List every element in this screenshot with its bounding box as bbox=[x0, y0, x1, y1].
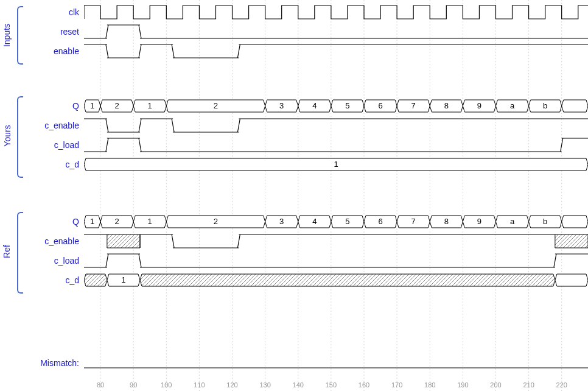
svg-line-69 bbox=[139, 138, 141, 152]
svg-marker-100 bbox=[562, 216, 588, 228]
svg-line-17 bbox=[106, 25, 108, 38]
signal-yours-cd-label: c_d bbox=[0, 160, 84, 169]
svg-text:5: 5 bbox=[345, 217, 349, 226]
svg-line-64 bbox=[237, 119, 240, 132]
svg-text:190: 190 bbox=[457, 381, 468, 389]
svg-text:140: 140 bbox=[293, 381, 304, 389]
svg-text:b: b bbox=[543, 217, 547, 226]
svg-line-26 bbox=[172, 44, 174, 58]
svg-text:2: 2 bbox=[214, 101, 218, 110]
signal-reset-label: reset bbox=[0, 27, 84, 37]
svg-text:8: 8 bbox=[444, 101, 449, 110]
svg-text:130: 130 bbox=[259, 381, 270, 389]
svg-text:7: 7 bbox=[411, 101, 416, 110]
svg-text:180: 180 bbox=[424, 381, 435, 389]
svg-text:6: 6 bbox=[378, 217, 382, 226]
svg-line-60 bbox=[139, 119, 141, 132]
svg-line-28 bbox=[237, 44, 240, 58]
svg-text:1: 1 bbox=[121, 275, 125, 284]
svg-line-114 bbox=[139, 254, 141, 267]
svg-text:2: 2 bbox=[115, 101, 119, 110]
svg-text:6: 6 bbox=[378, 101, 382, 110]
svg-text:160: 160 bbox=[359, 381, 369, 389]
svg-marker-55 bbox=[562, 100, 588, 112]
svg-line-112 bbox=[106, 254, 108, 267]
svg-text:1: 1 bbox=[90, 217, 94, 226]
waveform-chart: 12123456789ab112123456789ab1 80901001101… bbox=[84, 0, 588, 391]
svg-text:4: 4 bbox=[312, 101, 317, 110]
svg-line-24 bbox=[139, 44, 141, 58]
signal-ref-cload-label: c_load bbox=[0, 256, 84, 266]
signal-yours-cenable-label: c_enable bbox=[0, 121, 84, 130]
svg-marker-121 bbox=[555, 274, 588, 286]
signal-mismatch-label: Mismatch: bbox=[0, 358, 84, 368]
svg-text:1: 1 bbox=[90, 101, 94, 110]
svg-text:1: 1 bbox=[148, 217, 152, 226]
svg-text:120: 120 bbox=[226, 381, 237, 389]
svg-line-22 bbox=[106, 44, 108, 58]
signal-enable-label: enable bbox=[0, 46, 84, 56]
svg-text:b: b bbox=[543, 101, 547, 110]
signal-ref-q-label: Q bbox=[0, 217, 84, 227]
svg-text:5: 5 bbox=[345, 101, 349, 110]
svg-text:210: 210 bbox=[523, 381, 534, 389]
svg-marker-109 bbox=[555, 234, 588, 248]
svg-text:3: 3 bbox=[279, 217, 284, 226]
svg-line-108 bbox=[237, 234, 240, 248]
svg-marker-117 bbox=[84, 274, 107, 286]
svg-text:80: 80 bbox=[97, 381, 104, 389]
svg-marker-102 bbox=[107, 234, 140, 248]
svg-text:100: 100 bbox=[161, 381, 172, 389]
svg-text:8: 8 bbox=[444, 217, 449, 226]
svg-text:7: 7 bbox=[411, 217, 416, 226]
svg-text:2: 2 bbox=[214, 217, 218, 226]
signal-yours-cload-label: c_load bbox=[0, 140, 84, 150]
svg-line-19 bbox=[139, 25, 141, 38]
signal-ref-cenable-label: c_enable bbox=[0, 236, 84, 246]
svg-text:4: 4 bbox=[312, 217, 317, 226]
svg-text:90: 90 bbox=[130, 381, 137, 389]
svg-line-116 bbox=[554, 254, 556, 267]
svg-text:1: 1 bbox=[334, 160, 338, 169]
svg-text:200: 200 bbox=[490, 381, 501, 389]
svg-text:9: 9 bbox=[477, 101, 481, 110]
svg-line-106 bbox=[172, 234, 174, 248]
svg-line-58 bbox=[106, 119, 108, 132]
svg-text:150: 150 bbox=[326, 381, 337, 389]
svg-text:1: 1 bbox=[148, 101, 152, 110]
svg-text:2: 2 bbox=[115, 217, 119, 226]
svg-line-67 bbox=[106, 138, 108, 152]
svg-text:3: 3 bbox=[279, 101, 284, 110]
svg-text:170: 170 bbox=[391, 381, 402, 389]
signal-yours-q-label: Q bbox=[0, 101, 84, 111]
svg-text:110: 110 bbox=[194, 381, 205, 389]
svg-line-62 bbox=[172, 119, 174, 132]
svg-marker-120 bbox=[140, 274, 555, 286]
signal-ref-cd-label: c_d bbox=[0, 275, 84, 285]
signal-clk-label: clk bbox=[0, 7, 84, 17]
svg-text:a: a bbox=[510, 217, 515, 226]
svg-text:a: a bbox=[510, 101, 515, 110]
svg-text:9: 9 bbox=[477, 217, 481, 226]
svg-text:220: 220 bbox=[556, 381, 567, 389]
